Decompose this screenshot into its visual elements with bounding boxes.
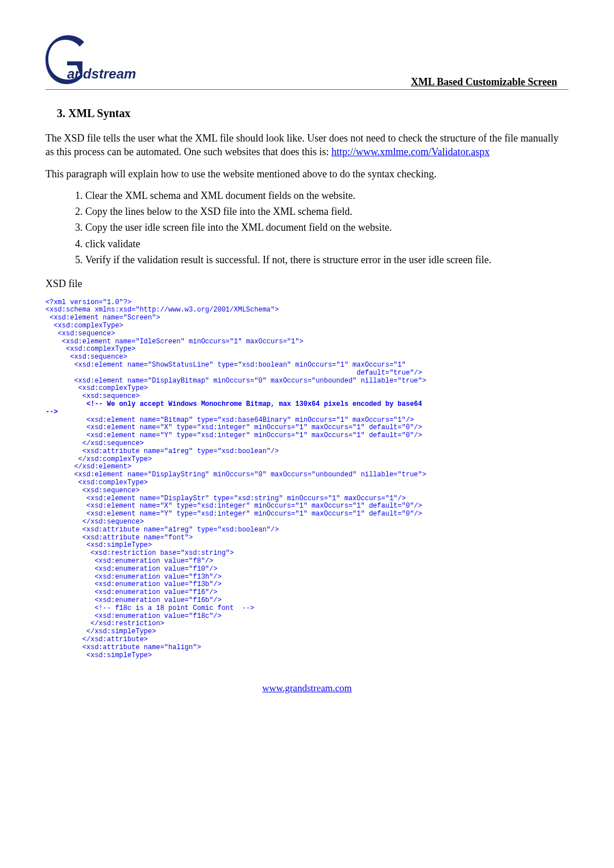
logo: andstream [45, 34, 148, 88]
step-item: click validate [85, 237, 569, 251]
code-comment-bold: <!-- We only accept Windows Monochrome B… [45, 400, 422, 416]
step-item: Copy the user idle screen file into the … [85, 221, 569, 234]
document-title: XML Based Customizable Screen [411, 76, 557, 88]
intro-paragraph-1: The XSD file tells the user what the XML… [45, 131, 569, 159]
validator-link[interactable]: http://www.xmlme.com/Validator.aspx [331, 146, 489, 157]
page-footer: www.grandstream.com [45, 682, 569, 694]
xsd-file-label: XSD file [45, 277, 569, 290]
code-part-2: <xsd:element name="Bitmap" type="xsd:bas… [45, 416, 426, 659]
steps-list: Clear the XML schema and XML document fi… [69, 189, 569, 267]
step-item: Copy the lines below to the XSD file int… [85, 205, 569, 218]
page-header: andstream XML Based Customizable Screen [45, 34, 569, 90]
footer-link[interactable]: www.grandstream.com [262, 683, 352, 693]
code-part-1: <?xml version="1.0"?> <xsd:schema xmlns:… [45, 298, 426, 401]
intro-paragraph-2: This paragraph will explain how to use t… [45, 167, 569, 181]
step-item: Verify if the validation result is succe… [85, 253, 569, 267]
section-heading: 3. XML Syntax [45, 107, 569, 120]
xsd-code-block: <?xml version="1.0"?> <xsd:schema xmlns:… [45, 299, 569, 660]
svg-text:andstream: andstream [67, 66, 136, 81]
step-item: Clear the XML schema and XML document fi… [85, 189, 569, 202]
